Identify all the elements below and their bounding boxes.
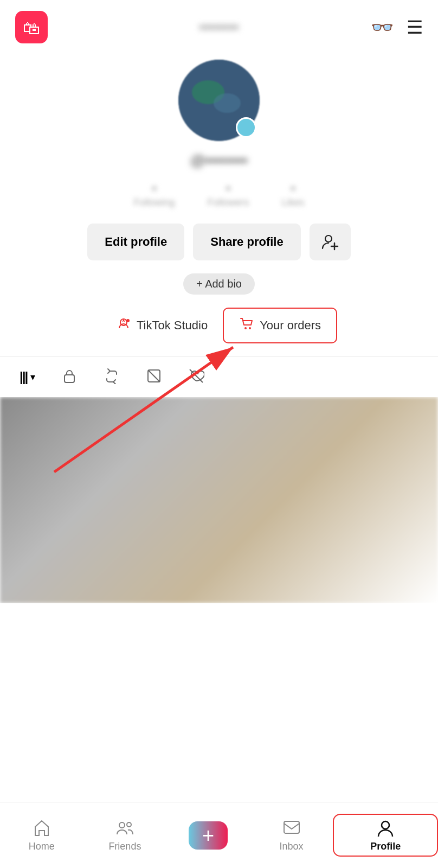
- filter-repost-icon[interactable]: [104, 368, 120, 386]
- nav-profile[interactable]: Profile: [333, 814, 438, 857]
- svg-text:🛍: 🛍: [23, 18, 40, 38]
- tiktok-studio-label: TikTok Studio: [137, 318, 208, 333]
- video-placeholder: [0, 397, 438, 603]
- nav-home-label: Home: [29, 841, 55, 852]
- studio-icon: [116, 316, 131, 335]
- filter-grid-icon[interactable]: ||| ▾: [20, 369, 35, 385]
- nav-add[interactable]: +: [166, 821, 250, 850]
- svg-rect-12: [65, 375, 74, 382]
- edit-profile-button[interactable]: Edit profile: [87, 224, 184, 260]
- avatar-badge: [236, 117, 256, 138]
- svg-point-5: [325, 235, 332, 242]
- action-buttons: Edit profile Share profile: [0, 224, 438, 260]
- tools-row: TikTok Studio Your orders: [0, 308, 438, 343]
- nav-friends-label: Friends: [108, 841, 141, 852]
- profile-handle: @••••••••: [190, 152, 248, 169]
- nav-add-button[interactable]: +: [189, 821, 228, 850]
- nav-profile-label: Profile: [370, 841, 401, 852]
- your-orders-label: Your orders: [260, 318, 321, 333]
- add-bio-button[interactable]: + Add bio: [183, 273, 255, 295]
- menu-icon[interactable]: ☰: [407, 16, 423, 38]
- filter-like-icon[interactable]: [188, 368, 204, 386]
- tiktok-shop-logo[interactable]: 🛍: [15, 11, 48, 43]
- svg-point-4: [214, 93, 241, 113]
- filter-lock-icon[interactable]: [61, 368, 78, 386]
- bottom-nav: Home Friends + Inbox Profile: [0, 802, 438, 868]
- stat-following: • Following: [133, 180, 175, 208]
- profile-section: @•••••••• • Following • Followers • Like…: [0, 54, 438, 356]
- stats-row: • Following • Followers • Likes: [133, 180, 304, 208]
- cart-icon: [239, 316, 254, 335]
- svg-point-21: [382, 821, 389, 829]
- svg-point-10: [244, 327, 247, 329]
- header-icons: 👓 ☰: [371, 16, 423, 38]
- svg-rect-20: [284, 821, 299, 833]
- nav-inbox[interactable]: Inbox: [250, 818, 333, 852]
- share-profile-button[interactable]: Share profile: [193, 224, 300, 260]
- stat-followers: • Followers: [207, 180, 249, 208]
- svg-line-14: [148, 370, 160, 382]
- svg-point-9: [126, 319, 130, 322]
- glasses-icon[interactable]: 👓: [371, 16, 394, 38]
- add-friend-button[interactable]: [310, 224, 351, 260]
- nav-home[interactable]: Home: [0, 818, 83, 852]
- empty-content: [0, 603, 438, 766]
- header-username: ••••••••: [199, 19, 239, 36]
- svg-point-11: [249, 327, 251, 329]
- filter-bar: ||| ▾: [0, 356, 438, 397]
- filter-hide-icon[interactable]: [146, 368, 162, 386]
- stat-likes: • Likes: [282, 180, 305, 208]
- nav-inbox-label: Inbox: [280, 841, 304, 852]
- tiktok-studio-button[interactable]: TikTok Studio: [101, 309, 223, 342]
- video-grid: [0, 397, 438, 603]
- svg-point-18: [119, 822, 125, 828]
- header: 🛍 •••••••• 👓 ☰: [0, 0, 438, 54]
- nav-friends[interactable]: Friends: [83, 818, 167, 852]
- svg-point-19: [127, 822, 131, 827]
- your-orders-button[interactable]: Your orders: [223, 308, 337, 343]
